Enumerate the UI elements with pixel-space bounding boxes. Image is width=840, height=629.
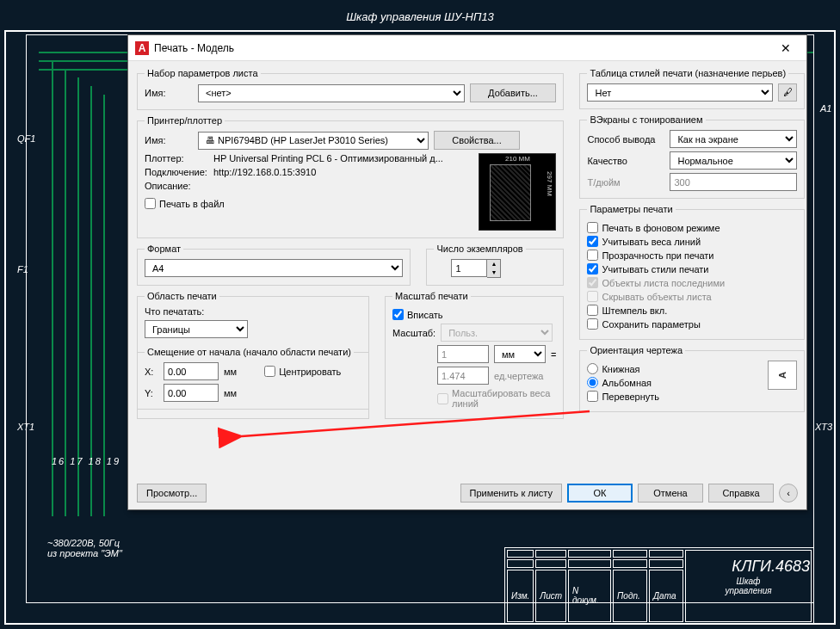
printer-legend: Принтер/плоттер <box>145 115 225 126</box>
titleblock: Шкаф управления Изм.ЛистN докум.Подп.Дат… <box>504 547 814 625</box>
help-button[interactable]: Справка <box>708 484 774 503</box>
plot-styles-legend: Таблица стилей печати (назначение перьев… <box>587 68 788 78</box>
scale-select: Польз. <box>441 324 553 342</box>
shade-mode-select[interactable]: Как на экране <box>670 130 797 148</box>
fit-to-paper-label: Вписать <box>407 310 443 320</box>
shaded-viewport-legend: ВЭкраны с тонированием <box>587 114 705 125</box>
scale-lineweights-checkbox <box>437 393 448 404</box>
cad-voltage-note: ~380/220В, 50Гц из проекта "ЭМ" <box>47 538 122 558</box>
offset-x-unit: мм <box>224 367 237 377</box>
print-to-file-label: Печать в файл <box>159 199 225 209</box>
opt-background-checkbox[interactable] <box>587 222 598 233</box>
format-legend: Формат <box>145 244 183 254</box>
opt-hide-paperspace-checkbox <box>587 291 598 302</box>
cad-wire <box>103 95 105 516</box>
scale-equals: = <box>551 349 556 360</box>
cad-label-qf1: QF1 <box>17 133 35 144</box>
upside-down-checkbox[interactable] <box>587 391 598 402</box>
drawing-title: Шкаф управления ШУ-НП13 <box>0 10 840 23</box>
orientation-icon: A <box>768 361 797 390</box>
offset-y-label: Y: <box>145 388 158 398</box>
scale-unit-select[interactable]: мм <box>494 345 546 363</box>
opt-lineweights-checkbox[interactable] <box>587 236 598 247</box>
scale-numerator-input <box>437 345 489 363</box>
copies-group: Число экземпляров ▲▼ <box>426 244 564 286</box>
center-plot-checkbox[interactable] <box>264 366 275 377</box>
cad-label-xt1: XT1 <box>17 422 34 432</box>
opt-save-changes-checkbox[interactable] <box>587 318 598 330</box>
copies-down[interactable]: ▼ <box>487 268 500 277</box>
format-select[interactable]: A4 <box>145 259 403 277</box>
plot-options-legend: Параметры печати <box>587 204 675 214</box>
print-to-file-checkbox[interactable] <box>145 198 156 209</box>
opt-transparency-checkbox[interactable] <box>587 250 598 261</box>
cancel-button[interactable]: Отмена <box>638 484 703 503</box>
cad-wire <box>90 86 92 516</box>
opt-plotstyles-checkbox[interactable] <box>587 263 598 274</box>
offset-x-input[interactable] <box>164 362 219 380</box>
printer-name-select[interactable]: 🖶 NPI6794BD (HP LaserJet P3010 Series) <box>198 132 429 150</box>
page-setup-group: Набор параметров листа Имя: <нет> Добави… <box>137 68 564 110</box>
plotter-label: Плоттер: <box>145 153 213 163</box>
pagesetup-name-select[interactable]: <нет> <box>198 84 465 102</box>
plot-style-select[interactable]: Нет <box>587 83 773 102</box>
dialog-title: Печать - Модель <box>154 42 772 54</box>
fit-to-paper-checkbox[interactable] <box>392 309 404 320</box>
add-pagesetup-button[interactable]: Добавить... <box>470 83 556 102</box>
offset-y-input[interactable] <box>164 384 219 402</box>
cad-wire <box>52 60 53 516</box>
opt-paperspace-last-checkbox <box>587 277 598 288</box>
expand-button[interactable]: ‹ <box>779 484 798 503</box>
print-dialog: A Печать - Модель ✕ Набор параметров лис… <box>127 34 807 510</box>
paper-sheet-icon <box>490 164 531 221</box>
portrait-radio[interactable] <box>587 363 598 374</box>
connection-value: http://192.168.0.15:3910 <box>213 167 468 177</box>
description-value <box>213 181 468 191</box>
offset-x-label: X: <box>145 367 158 377</box>
plotter-value: HP Universal Printing PCL 6 - Оптимизиро… <box>213 153 468 163</box>
cad-label-a1: A1 <box>820 103 831 114</box>
copies-input[interactable] <box>451 259 487 277</box>
scale-lineweights-label: Масштабировать веса линий <box>452 388 556 409</box>
paper-preview: 210 MM 297 MM <box>479 153 556 231</box>
dialog-footer: Просмотр... Применить к листу ОК Отмена … <box>137 484 798 503</box>
shade-mode-label: Способ вывода <box>587 134 664 145</box>
dialog-titlebar: A Печать - Модель ✕ <box>128 35 806 61</box>
plot-style-edit-button[interactable]: 🖋 <box>778 83 797 102</box>
orientation-group: Ориентация чертежа Книжная Альбомная Пер… <box>579 345 805 412</box>
connection-label: Подключение: <box>145 167 213 177</box>
app-icon: A <box>135 41 149 55</box>
ok-button[interactable]: ОК <box>567 484 633 503</box>
landscape-radio[interactable] <box>587 377 598 388</box>
plot-options-group: Параметры печати Печать в фоновом режиме… <box>579 204 805 340</box>
plot-styles-group: Таблица стилей печати (назначение перьев… <box>579 68 805 109</box>
scale-unit2-label: ед.чертежа <box>494 371 543 381</box>
offset-y-unit: мм <box>224 388 237 398</box>
cad-label-xt3: XT3 <box>815 422 832 432</box>
scale-denominator-input <box>437 367 489 385</box>
description-label: Описание: <box>145 181 213 191</box>
apply-to-layout-button[interactable]: Применить к листу <box>460 484 563 503</box>
cad-wire <box>77 77 79 516</box>
plot-what-select[interactable]: Границы <box>145 320 248 338</box>
close-button[interactable]: ✕ <box>772 38 800 59</box>
shade-dpi-label: Т/дюйм <box>587 177 664 188</box>
plot-scale-group: Масштаб печати Вписать Масштаб: Польз. м… <box>385 291 564 419</box>
page-setup-legend: Набор параметров листа <box>145 68 261 78</box>
preview-button[interactable]: Просмотр... <box>137 484 207 503</box>
printer-name-label: Имя: <box>145 135 193 145</box>
opt-stamp-checkbox[interactable] <box>587 305 598 316</box>
shade-quality-select[interactable]: Нормальное <box>670 151 797 170</box>
shade-dpi-input <box>670 173 797 191</box>
plot-area-legend: Область печати <box>145 291 219 301</box>
shaded-viewport-group: ВЭкраны с тонированием Способ выводаКак … <box>579 114 805 199</box>
pagesetup-name-label: Имя: <box>145 88 193 98</box>
cad-label-f1: F1 <box>17 264 28 274</box>
printer-properties-button[interactable]: Свойства... <box>434 131 520 150</box>
orientation-legend: Ориентация чертежа <box>587 345 685 355</box>
shade-quality-label: Качество <box>587 156 664 166</box>
copies-legend: Число экземпляров <box>434 244 525 254</box>
copies-up[interactable]: ▲ <box>487 260 500 268</box>
scale-label: Масштаб: <box>392 328 435 338</box>
cad-label-nums: 16 17 18 19 <box>52 456 120 466</box>
